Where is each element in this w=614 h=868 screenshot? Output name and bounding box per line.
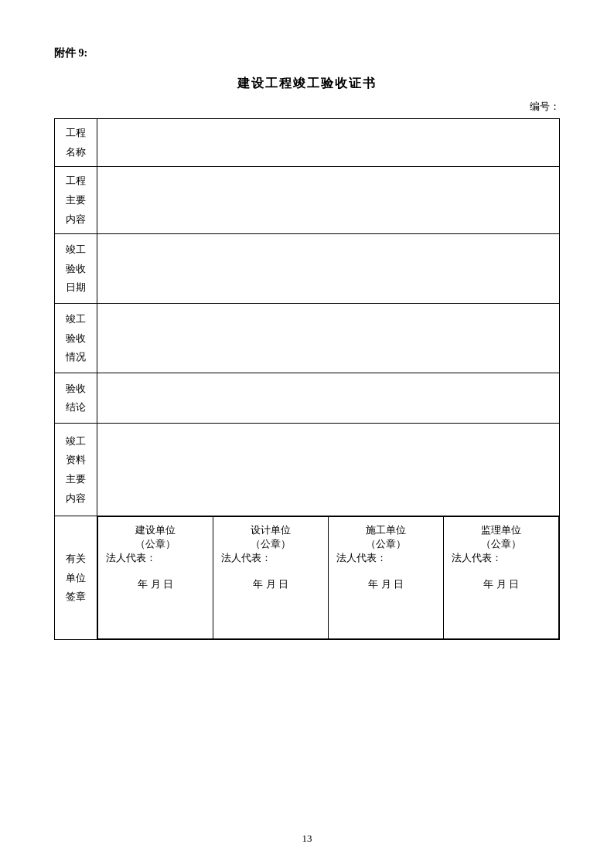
sig-unit-name-2: 设计单位 — [217, 523, 325, 537]
sig-legal-rep-4: 法人代表： — [447, 551, 555, 565]
row-label-4: 竣工 验收 情况 — [55, 304, 97, 373]
sig-date-3: 年 月 日 — [332, 577, 440, 591]
sig-unit-stamp-4: （公章） — [447, 537, 555, 551]
row-label-2: 工程 主要 内容 — [55, 167, 97, 234]
signature-row: 有关 单位 签章 建设单位 （公章） 法人代表： 年 月 日 — [55, 516, 560, 640]
page: 附件 9: 建设工程竣工验收证书 编号： 工程 名称 工程 主 — [0, 0, 614, 868]
label-chars-3: 竣工 验收 日期 — [61, 239, 90, 298]
sig-unit-1: 建设单位 （公章） 法人代表： 年 月 日 — [98, 517, 213, 639]
row-label-5: 验收 结论 — [55, 373, 97, 424]
row-label-1: 工程 名称 — [55, 119, 97, 167]
main-table: 工程 名称 工程 主要 内容 — [54, 118, 560, 640]
row-label-6: 竣工 资料 主要 内容 — [55, 424, 97, 516]
sig-unit-stamp-1: （公章） — [101, 537, 210, 551]
table-row: 竣工 验收 日期 — [55, 234, 560, 304]
sig-unit-name-3: 施工单位 — [332, 523, 440, 537]
page-number: 13 — [0, 832, 614, 845]
sig-unit-3: 施工单位 （公章） 法人代表： 年 月 日 — [329, 517, 444, 639]
sig-legal-rep-3: 法人代表： — [332, 551, 440, 565]
attachment-label: 附件 9: — [54, 46, 560, 60]
table-row: 竣工 验收 情况 — [55, 304, 560, 373]
table-row: 竣工 资料 主要 内容 — [55, 424, 560, 516]
sig-unit-stamp-3: （公章） — [332, 537, 440, 551]
row-content-3 — [97, 234, 560, 304]
table-row: 验收 结论 — [55, 373, 560, 424]
sig-left-label: 有关 单位 签章 — [55, 516, 97, 640]
sig-legal-rep-2: 法人代表： — [217, 551, 325, 565]
sig-unit-4: 监理单位 （公章） 法人代表： 年 月 日 — [444, 517, 559, 639]
sig-legal-rep-1: 法人代表： — [101, 551, 210, 565]
table-row: 工程 主要 内容 — [55, 167, 560, 234]
row-content-2 — [97, 167, 560, 234]
sig-unit-stamp-2: （公章） — [217, 537, 325, 551]
sig-date-2: 年 月 日 — [217, 577, 325, 591]
label-chars-4: 竣工 验收 情况 — [61, 308, 90, 368]
label-chars-5: 验收 结论 — [61, 378, 90, 418]
sig-date-1: 年 月 日 — [101, 577, 210, 591]
doc-title: 建设工程竣工验收证书 — [54, 76, 560, 92]
sig-unit-name-1: 建设单位 — [101, 523, 210, 537]
table-row: 工程 名称 — [55, 119, 560, 167]
sig-content-cell: 建设单位 （公章） 法人代表： 年 月 日 设计单位 （公章） 法人代表： 年 … — [97, 516, 560, 640]
sig-unit-name-4: 监理单位 — [447, 523, 555, 537]
row-content-5 — [97, 373, 560, 424]
row-content-1 — [97, 119, 560, 167]
row-content-4 — [97, 304, 560, 373]
label-chars-6: 竣工 资料 主要 内容 — [61, 428, 90, 511]
row-content-6 — [97, 424, 560, 516]
sig-unit-2: 设计单位 （公章） 法人代表： 年 月 日 — [213, 517, 329, 639]
sig-label-chars: 有关 单位 签章 — [61, 521, 90, 635]
sig-unit-row: 建设单位 （公章） 法人代表： 年 月 日 设计单位 （公章） 法人代表： 年 … — [98, 517, 559, 639]
doc-number: 编号： — [54, 100, 560, 114]
label-chars-1: 工程 名称 — [61, 124, 90, 162]
sig-date-4: 年 月 日 — [447, 577, 555, 591]
label-chars-2: 工程 主要 内容 — [61, 172, 90, 229]
sig-inner-table: 建设单位 （公章） 法人代表： 年 月 日 设计单位 （公章） 法人代表： 年 … — [97, 516, 559, 639]
row-label-3: 竣工 验收 日期 — [55, 234, 97, 304]
